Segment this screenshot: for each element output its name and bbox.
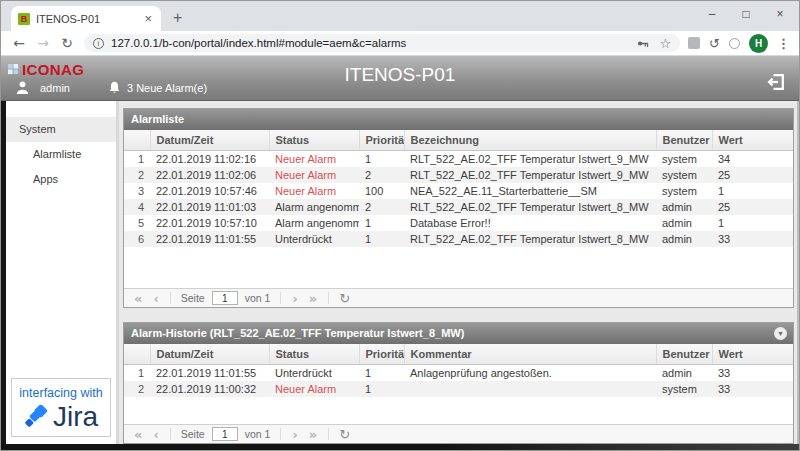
cell-text: RLT_522_AE.02_TFF Temperatur Istwert_8_M… [404,231,656,247]
pager-divider [280,428,281,440]
app-header: ICONAG ITENOS-P01 admin 3 Neue Alarm(e) [1,56,799,101]
maximize-button[interactable]: □ [729,8,763,20]
cell-value: 1 [712,215,793,231]
window-controls: – □ × [695,2,797,26]
jira-banner[interactable]: interfacing with Jira [11,378,111,437]
cell-datetime: 22.01.2019 11:00:32 [150,381,269,397]
logout-icon[interactable] [766,72,786,92]
back-button[interactable]: ← [7,35,31,51]
page-label: Seite [181,428,205,440]
forward-button[interactable]: → [31,35,55,51]
table-row[interactable]: 222.01.2019 11:00:32Neuer Alarm1system33 [124,381,793,397]
first-page-button[interactable]: « [131,292,145,305]
profile-avatar[interactable]: H [749,34,768,53]
browser-toolbar: ← → ↻ i 127.0.0.1/b-con/portal/index.htm… [1,31,799,56]
column-header-user[interactable]: Benutzer [656,130,712,151]
prev-page-button[interactable]: ‹ [150,428,161,441]
cell-value: 33 [712,231,793,247]
table-row[interactable]: 322.01.2019 10:57:46Neuer Alarm100NEA_52… [124,183,793,199]
tab-close-icon[interactable]: × [142,12,154,25]
cell-user: system [656,151,712,168]
table-row[interactable]: 222.01.2019 11:02:06Neuer Alarm2RLT_522_… [124,167,793,183]
sidebar-item-system[interactable]: System [6,117,116,142]
pager-divider [170,428,171,440]
tab-title: ITENOS-P01 [36,13,142,25]
next-page-button[interactable]: › [289,292,300,305]
browser-menu-icon[interactable]: ⋮ [777,36,790,51]
column-header-status[interactable]: Status [269,344,359,365]
table-row[interactable]: 422.01.2019 11:01:03Alarm angenommen2RLT… [124,199,793,215]
column-header-priority[interactable]: Priorität [359,130,404,151]
cell-datetime: 22.01.2019 10:57:10 [150,215,269,231]
cell-priority: 1 [359,215,404,231]
cell-priority: 2 [359,167,404,183]
table-row[interactable]: 522.01.2019 10:57:10Alarm angenommen1Dat… [124,215,793,231]
password-key-icon[interactable] [636,37,649,50]
refresh-icon[interactable]: ↻ [339,292,350,305]
cell-priority: 1 [359,151,404,168]
first-page-button[interactable]: « [131,428,145,441]
column-header-num [124,130,150,151]
bookmark-star-icon[interactable]: ☆ [659,37,671,50]
column-header-status[interactable]: Status [269,130,359,151]
last-page-button[interactable]: » [306,292,320,305]
reload-button[interactable]: ↻ [55,35,79,51]
column-header-value[interactable]: Wert [712,130,793,151]
cell-text: RLT_522_AE.02_TFF Temperatur Istwert_9_M… [404,151,656,168]
column-header-priority[interactable]: Priorität [359,344,404,365]
table-row[interactable]: 122.01.2019 11:02:16Neuer Alarm1RLT_522_… [124,151,793,168]
cell-text [404,381,656,397]
jira-wordmark: Jira [53,403,98,431]
column-header-datetime[interactable]: Datum/Zeit [150,344,269,365]
cell-num: 2 [124,167,150,183]
jira-logo-icon [24,405,49,430]
cell-status: Alarm angenommen [269,199,359,215]
minimize-button[interactable]: – [695,8,729,20]
app-body: System Alarmliste Apps interfacing with … [1,101,799,444]
new-tab-button[interactable]: + [173,10,182,26]
omnibox-icons: ☆ [636,37,671,50]
app-bottom-frame [1,444,799,450]
table-row[interactable]: 122.01.2019 11:01:55Unterdrückt1Anlagenp… [124,365,793,382]
cell-text: Anlagenprüfung angestoßen. [404,365,656,382]
extension-circle-icon[interactable] [729,38,740,49]
cell-num: 3 [124,183,150,199]
username-label: admin [40,82,70,94]
column-header-value[interactable]: Wert [712,344,793,365]
cell-value: 34 [712,151,793,168]
history-icon[interactable]: ↺ [709,37,720,50]
column-header-description[interactable]: Bezeichnung [404,130,656,151]
address-bar[interactable]: i 127.0.0.1/b-con/portal/index.html#modu… [84,34,680,52]
new-alarms-badge: 3 Neue Alarm(e) [127,82,207,94]
alarm-bell-icon[interactable] [108,81,121,94]
cell-datetime: 22.01.2019 11:01:55 [150,231,269,247]
cell-status: Alarm angenommen [269,215,359,231]
prev-page-button[interactable]: ‹ [150,292,161,305]
history-table: Datum/Zeit Status Priorität Kommentar Be… [124,344,793,397]
collapse-chevron-icon[interactable]: ▾ [774,327,787,340]
cell-value: 33 [712,365,793,382]
last-page-button[interactable]: » [306,428,320,441]
refresh-icon[interactable]: ↻ [339,428,350,441]
cell-num: 5 [124,215,150,231]
user-row: admin 3 Neue Alarm(e) [15,80,207,95]
sidebar-item-alarmliste[interactable]: Alarmliste [6,142,116,167]
column-header-datetime[interactable]: Datum/Zeit [150,130,269,151]
cell-text: Database Error!! [404,215,656,231]
column-header-comment[interactable]: Kommentar [404,344,656,365]
sidebar-item-apps[interactable]: Apps [6,167,116,192]
cell-num: 1 [124,365,150,382]
table-row[interactable]: 622.01.2019 11:01:55Unterdrückt1RLT_522_… [124,231,793,247]
next-page-button[interactable]: › [289,428,300,441]
cell-value: 33 [712,381,793,397]
page-number-input[interactable] [212,291,238,305]
column-header-user[interactable]: Benutzer [656,344,712,365]
extension-icon[interactable] [688,37,700,49]
cell-datetime: 22.01.2019 11:01:03 [150,199,269,215]
alarmlist-panel-title: Alarmliste [124,109,793,130]
close-button[interactable]: × [763,8,797,20]
site-info-icon[interactable]: i [93,38,104,49]
page-number-input[interactable] [212,427,238,441]
cell-status: Neuer Alarm [269,151,359,168]
browser-tab[interactable]: B ITENOS-P01 × [11,6,161,31]
